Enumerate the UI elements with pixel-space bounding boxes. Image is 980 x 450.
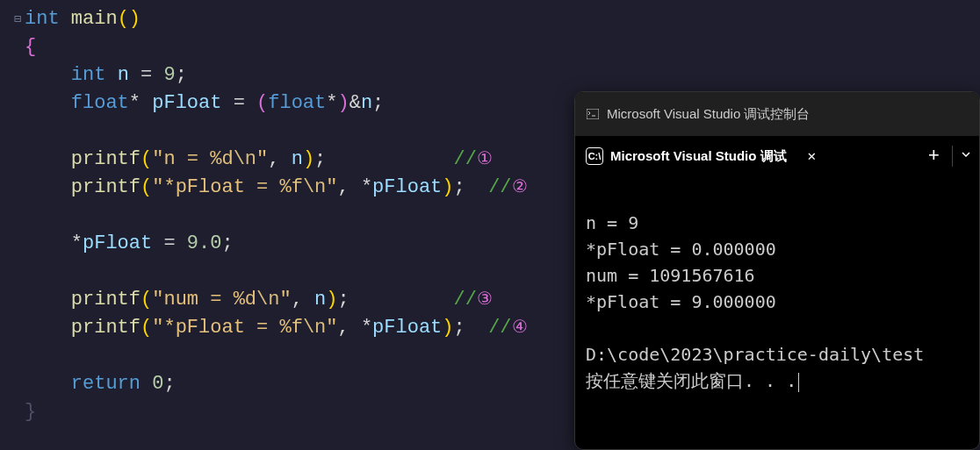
code-line: int n = 9; <box>0 61 980 89</box>
terminal-window-title: Microsoft Visual Studio 调试控制台 <box>607 106 810 123</box>
terminal-tab[interactable]: C:\ Microsoft Visual Studio 调试 <box>575 136 797 176</box>
close-tab-button[interactable]: ✕ <box>797 147 827 165</box>
new-tab-button[interactable]: + <box>916 146 952 168</box>
output-line: *pFloat = 0.000000 <box>586 239 776 260</box>
terminal-titlebar[interactable]: Microsoft Visual Studio 调试控制台 <box>575 92 979 136</box>
fold-icon[interactable]: ⊟ <box>11 5 25 33</box>
cursor <box>798 373 799 392</box>
terminal-tabbar: C:\ Microsoft Visual Studio 调试 ✕ + <box>575 136 979 176</box>
terminal-tab-title: Microsoft Visual Studio 调试 <box>610 148 787 165</box>
tab-menu-button[interactable] <box>953 148 979 165</box>
output-line: D:\code\2023\practice-daily\test <box>586 344 924 365</box>
output-line: *pFloat = 9.000000 <box>586 291 776 312</box>
svg-rect-0 <box>587 109 599 119</box>
output-line: 按任意键关闭此窗口. . . <box>586 370 796 391</box>
terminal-window[interactable]: Microsoft Visual Studio 调试控制台 C:\ Micros… <box>574 91 980 450</box>
terminal-icon <box>586 107 600 121</box>
code-line: { <box>0 33 980 61</box>
output-line: n = 9 <box>586 212 638 233</box>
code-line: ⊟int main() <box>0 5 980 33</box>
terminal-output[interactable]: n = 9 *pFloat = 0.000000 num = 109156761… <box>575 176 979 427</box>
output-line: num = 1091567616 <box>586 265 755 286</box>
cmd-icon: C:\ <box>586 147 603 165</box>
